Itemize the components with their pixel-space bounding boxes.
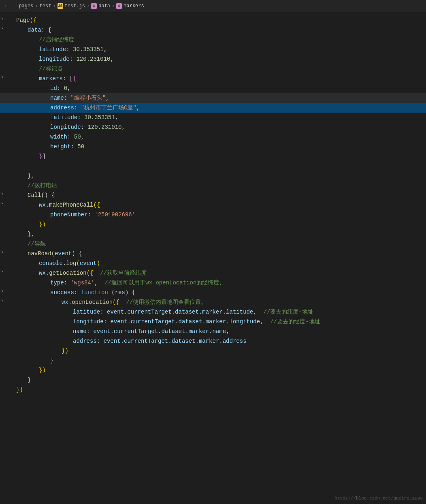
token: .	[127, 318, 130, 325]
token: })	[39, 367, 46, 374]
token: })	[16, 387, 23, 393]
token: Call	[28, 192, 41, 199]
token: .	[46, 202, 49, 208]
line-content-34: address: event.currentTarget.dataset.mar…	[16, 337, 426, 346]
line-content-13: width: 50,	[16, 132, 426, 141]
token: getLocation	[49, 270, 86, 276]
token: event	[93, 328, 110, 335]
token: //导航	[28, 241, 46, 247]
token: event	[107, 309, 124, 315]
token: ) {	[125, 289, 135, 296]
token: ,	[67, 85, 70, 92]
token: .	[121, 338, 124, 344]
fold-arrow-25[interactable]: ∨	[0, 249, 5, 254]
breadcrumb-markers: markers	[124, 3, 144, 9]
line-gutter-1: ∨	[0, 16, 16, 21]
fold-arrow-20[interactable]: ∨	[0, 201, 5, 205]
token: //要去的纬度-地址	[264, 309, 313, 315]
token: longitude	[50, 124, 81, 130]
line-gutter-30: ∨	[0, 298, 16, 303]
token: event	[104, 338, 121, 344]
line-gutter-27: ∨	[0, 269, 16, 273]
line-content-29: success: function (res) {	[16, 288, 426, 297]
token: name	[73, 328, 87, 335]
token: .	[68, 299, 72, 305]
fold-arrow-30[interactable]: ∨	[0, 298, 5, 303]
fold-arrow-29[interactable]: ∨	[0, 288, 5, 293]
code-area: ∨Page({∨data: {//店铺经纬度latitude: 30.35335…	[0, 12, 426, 498]
line-content-19: Call() {	[16, 191, 426, 200]
line-content-33: name: event.currentTarget.dataset.marker…	[16, 327, 426, 336]
token: width	[50, 134, 67, 140]
line-content-8: id: 0,	[16, 84, 426, 93]
code-line-5: longitude: 120.231010,	[0, 54, 426, 64]
token: longitude	[73, 318, 104, 325]
token: ({	[30, 17, 37, 23]
fold-arrow-2[interactable]: ∨	[0, 26, 5, 30]
fold-arrow-1[interactable]: ∨	[0, 16, 5, 21]
token: :	[70, 143, 77, 150]
token: id	[50, 85, 57, 92]
line-content-16	[16, 162, 426, 171]
token: })	[62, 348, 68, 354]
token: currentTarget	[127, 309, 171, 315]
code-line-23: },	[0, 229, 426, 239]
token: :	[97, 338, 104, 344]
code-line-13: width: 50,	[0, 132, 426, 142]
token: }	[50, 357, 53, 364]
token: currentTarget	[131, 318, 175, 325]
line-content-17: },	[16, 171, 426, 180]
token: longitude	[39, 56, 70, 62]
code-line-25: ∨navRoad(event) {	[0, 249, 426, 258]
token: })	[39, 221, 46, 228]
nav-forward[interactable]: →	[11, 2, 17, 10]
line-gutter-7: ∨	[0, 74, 16, 79]
token: ,	[106, 95, 109, 101]
token: dataset	[161, 328, 185, 335]
line-content-21: phoneNumber: '2501902696'	[16, 210, 426, 219]
token: success	[50, 289, 74, 296]
token: Page	[16, 17, 30, 23]
fold-arrow-19[interactable]: ∨	[0, 191, 5, 196]
line-gutter-20: ∨	[0, 201, 16, 205]
code-line-6: //标记点	[0, 64, 426, 74]
code-line-28: type: 'wgs84', //返回可以用于wx.openLocation的经…	[0, 278, 426, 288]
code-line-11: latitude: 30.353351,	[0, 113, 426, 122]
line-gutter-19: ∨	[0, 191, 16, 196]
token: ,	[136, 105, 140, 111]
code-line-18: //拨打电话	[0, 181, 426, 190]
token: .	[46, 270, 49, 276]
token: marker	[189, 328, 209, 335]
line-content-18: //拨打电话	[16, 181, 426, 190]
code-line-20: ∨wx.makePhoneCall({	[0, 200, 426, 210]
token: ,	[110, 56, 113, 62]
line-content-35: })	[16, 346, 426, 355]
line-content-10: address: "杭州市丁兰广场C座",	[16, 103, 426, 112]
token: (	[108, 289, 115, 296]
fold-arrow-27[interactable]: ∨	[0, 269, 5, 273]
code-line-1: ∨Page({	[0, 15, 426, 25]
line-content-25: navRoad(event) {	[16, 249, 426, 258]
code-line-34: address: event.currentTarget.dataset.mar…	[0, 336, 426, 346]
token: //要去的经度-地址	[270, 318, 320, 325]
token: markers	[39, 75, 63, 82]
line-content-36: }	[16, 356, 426, 365]
code-line-21: phoneNumber: '2501902696'	[0, 210, 426, 220]
code-line-33: name: event.currentTarget.dataset.marker…	[0, 327, 426, 336]
line-content-39: })	[16, 385, 426, 394]
code-line-26: console.log(event)	[0, 258, 426, 268]
fold-arrow-7[interactable]: ∨	[0, 74, 5, 79]
token: },	[28, 231, 34, 237]
code-line-16	[0, 161, 426, 171]
code-line-17: },	[0, 171, 426, 181]
token: 0	[64, 85, 67, 92]
token: wx	[39, 202, 46, 208]
token: :	[104, 318, 111, 325]
line-content-24: //导航	[16, 239, 426, 248]
token: dataset	[178, 318, 202, 325]
token: 120.231010	[76, 56, 110, 62]
nav-back[interactable]: ←	[3, 2, 9, 10]
token: .	[63, 260, 66, 267]
token: openLocation	[72, 299, 113, 305]
code-line-2: ∨data: {	[0, 25, 426, 35]
